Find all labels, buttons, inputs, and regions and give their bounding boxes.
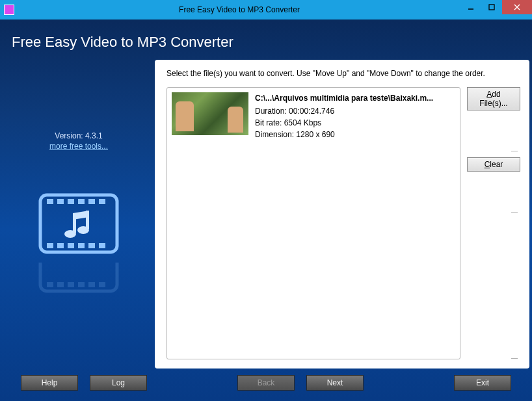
svg-rect-25 bbox=[78, 282, 85, 287]
svg-rect-22 bbox=[47, 282, 53, 287]
clear-button[interactable]: Clear bbox=[467, 157, 520, 172]
file-duration: Duration: 00:00:24.746 bbox=[255, 105, 433, 117]
app-body: Free Easy Video to MP3 Converter Version… bbox=[0, 19, 532, 401]
video-thumbnail bbox=[172, 92, 248, 135]
panel-row: C:\...\Arquivos multimidia para teste\Ba… bbox=[166, 87, 520, 359]
move-down-placeholder: — bbox=[467, 208, 520, 213]
file-path: C:\...\Arquivos multimidia para teste\Ba… bbox=[255, 92, 433, 104]
svg-rect-27 bbox=[99, 282, 105, 287]
svg-rect-10 bbox=[99, 199, 105, 204]
svg-rect-23 bbox=[57, 282, 64, 287]
svg-rect-14 bbox=[78, 243, 85, 248]
app-icon bbox=[4, 5, 14, 15]
window-controls bbox=[460, 0, 532, 19]
film-music-icon-reflection bbox=[36, 263, 121, 295]
file-info: C:\...\Arquivos multimidia para teste\Ba… bbox=[255, 92, 433, 140]
svg-rect-26 bbox=[88, 282, 95, 287]
maximize-icon bbox=[488, 4, 495, 10]
log-button[interactable]: Log bbox=[90, 375, 147, 391]
svg-rect-12 bbox=[57, 243, 64, 248]
instruction-text: Select the file(s) you want to convert. … bbox=[166, 69, 520, 78]
svg-rect-1 bbox=[489, 5, 494, 10]
move-up-placeholder: — bbox=[467, 147, 520, 152]
window-title: Free Easy Video to MP3 Converter bbox=[18, 5, 460, 14]
svg-rect-24 bbox=[68, 282, 74, 287]
close-button[interactable] bbox=[502, 0, 532, 14]
app-title: Free Easy Video to MP3 Converter bbox=[12, 34, 529, 51]
more-tools-link[interactable]: more free tools... bbox=[49, 142, 108, 151]
back-button: Back bbox=[237, 375, 295, 391]
svg-rect-6 bbox=[57, 199, 64, 204]
titlebar: Free Easy Video to MP3 Converter bbox=[0, 0, 532, 19]
app-window: Free Easy Video to MP3 Converter Free Ea… bbox=[0, 0, 532, 401]
svg-rect-15 bbox=[88, 243, 95, 248]
film-music-icon bbox=[36, 191, 121, 256]
next-button[interactable]: Next bbox=[306, 375, 364, 391]
svg-rect-8 bbox=[78, 199, 85, 204]
app-logo bbox=[36, 191, 121, 295]
list-item[interactable]: C:\...\Arquivos multimidia para teste\Ba… bbox=[172, 92, 455, 140]
svg-rect-16 bbox=[99, 243, 105, 248]
file-bitrate: Bit rate: 6504 Kbps bbox=[255, 117, 433, 129]
svg-rect-7 bbox=[68, 199, 74, 204]
file-list[interactable]: C:\...\Arquivos multimidia para teste\Ba… bbox=[166, 87, 460, 359]
svg-rect-13 bbox=[68, 243, 74, 248]
svg-rect-11 bbox=[47, 243, 53, 248]
app-header: Free Easy Video to MP3 Converter bbox=[3, 22, 529, 60]
svg-rect-9 bbox=[88, 199, 95, 204]
svg-rect-5 bbox=[47, 199, 53, 204]
svg-point-18 bbox=[64, 230, 76, 238]
minimize-icon bbox=[468, 4, 474, 10]
add-files-button[interactable]: Add File(s)... bbox=[467, 87, 520, 110]
file-dimension: Dimension: 1280 x 690 bbox=[255, 129, 433, 140]
version-label: Version: 4.3.1 bbox=[55, 131, 102, 140]
remove-placeholder: — bbox=[467, 354, 520, 359]
side-buttons: Add File(s)... — Clear — — bbox=[467, 87, 520, 359]
help-button[interactable]: Help bbox=[21, 375, 78, 391]
svg-point-20 bbox=[77, 226, 89, 234]
maximize-button[interactable] bbox=[481, 0, 502, 14]
minimize-button[interactable] bbox=[460, 0, 481, 14]
app-main: Version: 4.3.1 more free tools... bbox=[3, 60, 529, 369]
close-icon bbox=[514, 4, 520, 10]
sidebar: Version: 4.3.1 more free tools... bbox=[3, 60, 155, 369]
content-panel: Select the file(s) you want to convert. … bbox=[155, 60, 529, 369]
exit-button[interactable]: Exit bbox=[454, 375, 511, 391]
bottom-bar: Help Log Back Next Exit bbox=[3, 369, 529, 398]
